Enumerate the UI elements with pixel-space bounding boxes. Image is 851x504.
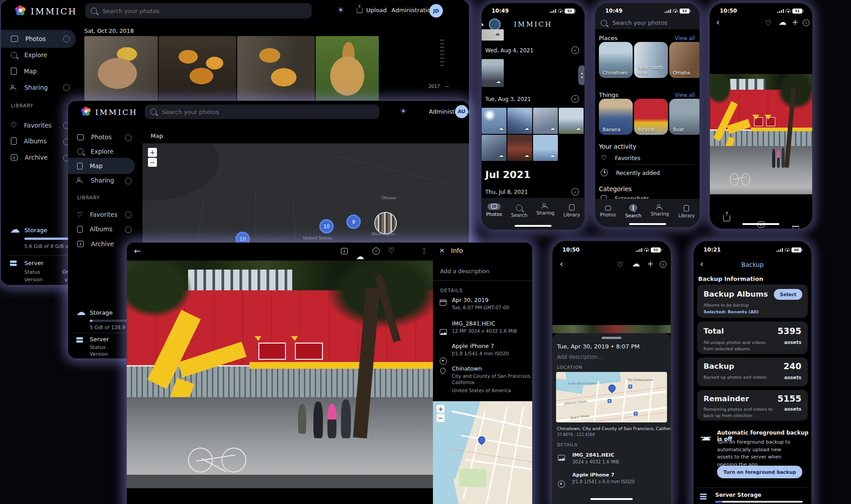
photo-cluster-marker[interactable] xyxy=(374,212,397,234)
photo-in-n-out[interactable] xyxy=(710,74,812,194)
search-input[interactable] xyxy=(101,7,297,15)
favorite-button[interactable]: ♡ xyxy=(765,19,771,27)
drag-handle[interactable] xyxy=(602,337,621,339)
location-map[interactable]: Hyde Street Harbor The Embarcadero Jeffe… xyxy=(556,372,667,422)
description-input[interactable]: Add a description xyxy=(440,268,489,275)
description-input[interactable]: Add description... xyxy=(557,354,603,360)
add-to-album-button[interactable]: + xyxy=(647,259,653,268)
upload-button[interactable]: Upload xyxy=(356,7,387,14)
add-to-album-button[interactable]: + xyxy=(792,18,798,27)
nav-library[interactable]: Library xyxy=(678,204,695,227)
server-title: Server xyxy=(90,336,109,343)
search-bar[interactable]: Search your photos xyxy=(601,19,667,26)
select-all-check-icon[interactable]: ✓ xyxy=(571,95,579,103)
photo-in-n-out[interactable] xyxy=(127,261,433,488)
thing-card[interactable]: Banana xyxy=(599,99,633,135)
immich-logo-icon xyxy=(80,105,92,118)
minimap-zoom-in[interactable]: + xyxy=(437,405,445,413)
file-name: IMG_2841.HEIC xyxy=(572,452,614,458)
backup-upload-icon[interactable]: ☁ xyxy=(481,18,578,27)
photo-strip[interactable] xyxy=(552,325,671,333)
server-storage-progress xyxy=(715,501,803,503)
places-view-all[interactable]: View all xyxy=(675,35,695,41)
sidebar-item-archive[interactable]: ↓ Archive xyxy=(11,154,48,161)
photo-thumbnail[interactable] xyxy=(159,36,236,101)
share-button[interactable] xyxy=(723,215,730,221)
trash-button[interactable] xyxy=(793,228,799,229)
date-group-header: Thu, Jul 8, 2021 xyxy=(485,189,528,195)
map-zoom-out-button[interactable]: − xyxy=(148,158,157,167)
sidebar-item-photos[interactable]: Photos xyxy=(77,133,112,141)
sidebar-item-archive[interactable]: ↓ Archive xyxy=(77,240,114,247)
things-view-all[interactable]: View all xyxy=(675,92,695,98)
photo-thumbnail[interactable] xyxy=(237,36,315,101)
sidebar-item-sharing[interactable]: Sharing xyxy=(10,84,48,91)
thing-card[interactable]: Bicycle xyxy=(634,99,668,135)
nav-library[interactable]: Library xyxy=(563,203,580,230)
user-avatar[interactable]: AU xyxy=(455,105,468,118)
nav-photos[interactable]: Photos xyxy=(486,203,502,230)
sidebar-item-favorites[interactable]: ♡ Favorites xyxy=(77,211,117,219)
thing-card[interactable]: Boat xyxy=(669,99,700,135)
photos-icon xyxy=(11,36,18,42)
signal-icon xyxy=(636,248,643,252)
search-bar[interactable] xyxy=(145,105,379,119)
status-time: 10:50 xyxy=(720,8,737,14)
activity-favorites[interactable]: ♡ Favorites xyxy=(601,154,640,162)
selected-albums: Selected: Recents (All) xyxy=(704,309,759,314)
photo-thumbnail[interactable] xyxy=(84,36,158,101)
administration-link[interactable]: Administration xyxy=(391,7,434,14)
sidebar-item-map[interactable]: Map xyxy=(77,162,103,170)
sidebar-item-sharing[interactable]: Sharing xyxy=(76,177,114,184)
map-zoom-in-button[interactable]: + xyxy=(148,148,157,157)
location-mini-map[interactable]: + − Leaflet | © OpenStreetMap xyxy=(433,401,532,504)
card-sub: Albums to be backup xyxy=(704,302,749,307)
theme-toggle-button[interactable]: ☀ xyxy=(337,5,344,14)
info-icon[interactable]: i xyxy=(373,247,380,255)
sidebar-item-photos[interactable]: Photos xyxy=(11,35,46,42)
back-button[interactable]: ‹ xyxy=(560,258,563,269)
more-options-button[interactable]: ⋮ xyxy=(421,247,428,255)
card-value: 240 xyxy=(783,361,801,371)
sidebar-item-favorites[interactable]: ♡ Favorites xyxy=(10,121,51,129)
search-input[interactable] xyxy=(161,108,364,116)
home-indicator xyxy=(590,498,633,500)
info-icon[interactable]: i xyxy=(660,261,667,268)
search-bar[interactable] xyxy=(85,3,312,18)
camera-model: Apple iPhone 7 xyxy=(572,472,614,478)
info-icon[interactable]: i xyxy=(803,19,810,26)
search-icon xyxy=(516,205,522,211)
select-all-check-icon[interactable]: ✓ xyxy=(571,188,579,196)
photo-thumbnail[interactable] xyxy=(482,29,504,41)
minimap-zoom-out[interactable]: − xyxy=(437,414,445,422)
back-button[interactable]: ← xyxy=(134,246,141,256)
place-card[interactable]: Omaha xyxy=(669,42,700,78)
photo-thumbnail[interactable] xyxy=(316,36,379,101)
activity-recently-added[interactable]: Recently added xyxy=(601,169,660,176)
timeline-year-label[interactable]: 2017 xyxy=(428,84,440,89)
theme-toggle-button[interactable]: ☀ xyxy=(400,107,406,115)
favorite-button[interactable]: ♡ xyxy=(388,246,395,255)
select-button[interactable]: Select xyxy=(774,289,802,300)
sidebar-item-explore[interactable]: Explore xyxy=(77,148,114,155)
place-card[interactable]: Near north side xyxy=(634,42,668,78)
turn-on-foreground-backup-button[interactable]: Turn on foreground backup xyxy=(717,466,802,478)
back-button[interactable]: ‹ xyxy=(716,17,720,27)
sidebar-item-map[interactable]: Map xyxy=(11,68,37,75)
sidebar-item-explore[interactable]: Explore xyxy=(11,51,47,59)
map-cluster-marker[interactable]: 9 xyxy=(346,215,361,229)
timeline-scrubber[interactable]: ▴ ▾ xyxy=(578,65,585,85)
close-icon[interactable]: ✕ xyxy=(439,247,445,254)
select-all-check-icon[interactable]: ✓ xyxy=(571,46,579,54)
user-avatar[interactable]: JD xyxy=(429,4,443,18)
sidebar-item-albums[interactable]: Albums xyxy=(11,137,46,145)
nav-photos[interactable]: Photos xyxy=(600,204,616,227)
map-cluster-marker[interactable]: 10 xyxy=(319,219,334,234)
card-unit: assets xyxy=(784,375,801,380)
download-icon[interactable]: ↓ xyxy=(341,248,348,254)
sidebar-item-albums[interactable]: Albums xyxy=(77,225,112,233)
explore-icon xyxy=(11,52,17,58)
place-card[interactable]: Chinatown xyxy=(599,42,633,78)
favorite-button[interactable]: ♡ xyxy=(617,261,623,269)
server-title: Server xyxy=(24,260,44,266)
